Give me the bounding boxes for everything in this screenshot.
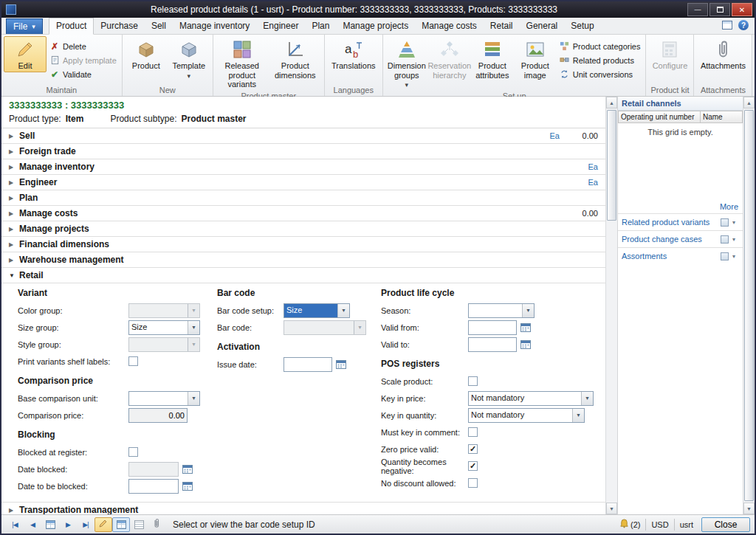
tab-engineer[interactable]: Engineer: [256, 18, 305, 34]
key-in-price-select[interactable]: Not mandatory: [468, 391, 594, 406]
tab-plan[interactable]: Plan: [305, 18, 336, 34]
factbox-related-product-variants[interactable]: Related product variants: [618, 213, 743, 230]
chevron-down-icon[interactable]: [729, 219, 739, 226]
calendar-icon[interactable]: [181, 463, 194, 476]
issue-date-input[interactable]: [284, 357, 332, 372]
retail-channels-factbox-header[interactable]: Retail channels: [618, 97, 743, 111]
calendar-icon[interactable]: [334, 358, 348, 371]
new-template-button[interactable]: Template: [168, 36, 210, 81]
edit-record-button[interactable]: [94, 517, 112, 532]
scroll-thumb[interactable]: [744, 110, 754, 501]
edit-button[interactable]: Edit: [4, 36, 47, 72]
section-engineer[interactable]: Engineer Ea: [1, 175, 605, 190]
zero-price-valid-checkbox[interactable]: ✓: [468, 444, 478, 454]
attach-document-button[interactable]: [148, 517, 165, 532]
attachments-button[interactable]: Attachments: [696, 36, 749, 72]
close-button[interactable]: Close: [701, 517, 750, 532]
tab-product[interactable]: Product: [49, 18, 94, 35]
calendar-icon[interactable]: [519, 338, 532, 351]
calendar-icon[interactable]: [519, 321, 532, 334]
factbox-window-icon[interactable]: [721, 252, 729, 260]
chevron-down-icon[interactable]: [729, 253, 739, 260]
released-product-variants-button[interactable]: Released product variants: [216, 36, 269, 91]
date-blocked-input[interactable]: [128, 462, 179, 477]
chevron-down-icon[interactable]: [729, 236, 739, 243]
section-plan[interactable]: Plan: [1, 190, 605, 206]
tab-general[interactable]: General: [520, 18, 565, 34]
validate-button[interactable]: Validate: [47, 67, 120, 81]
product-image-button[interactable]: Product image: [514, 36, 557, 81]
related-products-button[interactable]: Related products: [557, 53, 644, 67]
product-attributes-button[interactable]: Product attributes: [471, 36, 514, 81]
section-retail[interactable]: Retail: [1, 268, 605, 283]
unit-conversions-button[interactable]: Unit conversions: [557, 67, 644, 81]
color-group-select[interactable]: [128, 303, 200, 318]
scroll-up-icon[interactable]: [606, 97, 617, 108]
maximize-button[interactable]: [709, 3, 730, 16]
product-categories-button[interactable]: Product categories: [557, 39, 644, 53]
bar-code-select[interactable]: [284, 320, 366, 335]
section-foreign-trade[interactable]: Foreign trade: [1, 144, 605, 159]
scroll-down-icon[interactable]: [606, 503, 617, 514]
valid-to-input[interactable]: [468, 337, 517, 352]
factbox-product-change-cases[interactable]: Product change cases: [618, 230, 743, 247]
configure-button[interactable]: Configure: [648, 36, 691, 72]
delete-button[interactable]: Delete: [47, 39, 120, 53]
bar-code-setup-select[interactable]: Size: [284, 303, 350, 318]
no-discount-allowed-checkbox[interactable]: [468, 478, 478, 488]
must-key-in-comment-checkbox[interactable]: [468, 427, 478, 437]
column-header-name[interactable]: Name: [701, 111, 743, 123]
comparison-price-input[interactable]: [128, 408, 188, 423]
help-icon[interactable]: [738, 20, 749, 30]
tab-manage-costs[interactable]: Manage costs: [415, 18, 484, 34]
show-grid-button[interactable]: [112, 517, 130, 532]
factbox-window-icon[interactable]: [721, 218, 729, 227]
product-dimensions-button[interactable]: Product dimensions: [269, 36, 322, 81]
column-header-operating-unit-number[interactable]: Operating unit number: [618, 111, 701, 123]
last-record-button[interactable]: [77, 517, 94, 532]
section-manage-costs[interactable]: Manage costs 0.00: [1, 206, 605, 221]
more-link[interactable]: More: [618, 200, 743, 213]
previous-record-button[interactable]: [24, 517, 41, 532]
base-comparison-unit-select[interactable]: [128, 391, 200, 406]
dimension-groups-button[interactable]: Dimension groups: [385, 36, 428, 91]
section-sell[interactable]: Sell Ea0.00: [1, 128, 605, 144]
main-scrollbar[interactable]: [605, 97, 617, 514]
new-product-button[interactable]: Product: [125, 36, 168, 72]
translations-button[interactable]: ab Translations: [327, 36, 380, 72]
tab-manage-inventory[interactable]: Manage inventory: [173, 18, 256, 34]
first-record-button[interactable]: [6, 517, 24, 532]
reservation-hierarchy-button[interactable]: Reservation hierarchy: [428, 36, 471, 81]
scroll-down-icon[interactable]: [743, 503, 755, 514]
apply-template-button[interactable]: Apply template: [47, 53, 120, 67]
tab-sell[interactable]: Sell: [145, 18, 173, 34]
factbox-window-icon[interactable]: [721, 235, 729, 244]
window-layout-icon[interactable]: [722, 21, 732, 30]
minimize-button[interactable]: [687, 3, 708, 16]
next-record-button[interactable]: [59, 517, 77, 532]
tab-setup[interactable]: Setup: [564, 18, 600, 34]
blocked-at-register-checkbox[interactable]: [128, 447, 138, 457]
section-manage-projects[interactable]: Manage projects: [1, 221, 605, 237]
tab-retail[interactable]: Retail: [484, 18, 520, 34]
file-menu-button[interactable]: File: [6, 18, 43, 34]
print-variants-shelf-labels-checkbox[interactable]: [128, 356, 138, 366]
section-manage-inventory[interactable]: Manage inventory Ea: [1, 159, 605, 175]
calendar-icon[interactable]: [181, 480, 194, 493]
close-window-button[interactable]: [732, 3, 752, 16]
show-details-button[interactable]: [130, 517, 148, 532]
date-to-be-blocked-input[interactable]: [128, 479, 179, 494]
valid-from-input[interactable]: [468, 320, 517, 335]
grid-view-button[interactable]: [41, 517, 59, 532]
style-group-select[interactable]: [128, 337, 200, 352]
quantity-becomes-negative-checkbox[interactable]: ✓: [468, 461, 478, 471]
tab-manage-projects[interactable]: Manage projects: [336, 18, 415, 34]
key-in-quantity-select[interactable]: Not mandatory: [468, 408, 585, 423]
size-group-select[interactable]: Size: [128, 320, 200, 335]
section-transportation-management[interactable]: Transportation management: [1, 503, 605, 514]
scale-product-checkbox[interactable]: [468, 376, 478, 386]
section-warehouse-management[interactable]: Warehouse management: [1, 252, 605, 268]
scroll-up-icon[interactable]: [743, 97, 755, 108]
section-financial-dimensions[interactable]: Financial dimensions: [1, 237, 605, 252]
factbox-assortments[interactable]: Assortments: [618, 247, 743, 264]
